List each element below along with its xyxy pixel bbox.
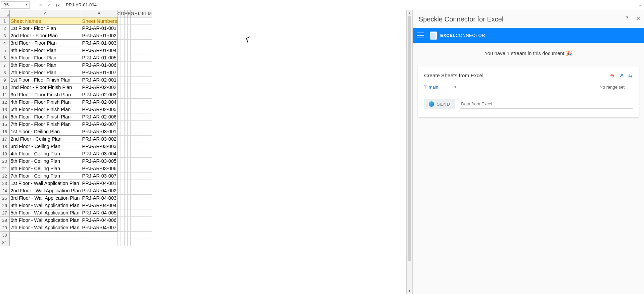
cell-E29[interactable] — [124, 224, 128, 232]
cell-E2[interactable] — [124, 25, 128, 32]
fx-icon[interactable]: fx — [54, 2, 62, 8]
cell-G22[interactable] — [131, 173, 134, 180]
cell-C13[interactable] — [117, 106, 121, 113]
cell-H10[interactable] — [134, 84, 138, 91]
cell-E23[interactable] — [124, 180, 128, 187]
cell-D19[interactable] — [121, 150, 124, 158]
cell-C2[interactable] — [117, 25, 121, 32]
cell-J6[interactable] — [139, 54, 142, 62]
cell-A12[interactable]: 4th Floor - Floor Finish Plan — [9, 99, 81, 106]
cell-C21[interactable] — [117, 165, 121, 173]
cell-K14[interactable] — [142, 113, 145, 121]
row-header-26[interactable]: 26 — [0, 202, 9, 209]
row-header-10[interactable]: 10 — [0, 84, 9, 91]
row-header-29[interactable]: 29 — [0, 224, 9, 232]
cell-F29[interactable] — [128, 224, 131, 232]
cell-H16[interactable] — [134, 128, 138, 136]
cell-J11[interactable] — [139, 91, 142, 99]
cell-H11[interactable] — [134, 91, 138, 99]
col-header-C[interactable]: C — [117, 10, 121, 17]
cell-B14[interactable]: PRJ-AR-02-006 — [81, 113, 117, 121]
cell-E20[interactable] — [124, 158, 128, 165]
col-header-J[interactable]: J — [139, 10, 142, 17]
cell-H9[interactable] — [134, 77, 138, 84]
cell-G3[interactable] — [131, 32, 134, 40]
cell-H13[interactable] — [134, 106, 138, 113]
cell-A1[interactable]: Sheet Names — [9, 17, 81, 25]
cell-A5[interactable]: 4th Floor - Floor Plan — [9, 47, 81, 54]
cell-D16[interactable] — [121, 128, 124, 136]
cell-J27[interactable] — [139, 209, 142, 217]
cell-B8[interactable]: PRJ-AR-01-007 — [81, 69, 117, 77]
cell-M27[interactable] — [148, 209, 152, 217]
cell-G4[interactable] — [131, 40, 134, 47]
row-header-1[interactable]: 1 — [0, 17, 9, 25]
cell-F8[interactable] — [128, 69, 131, 77]
cell-L23[interactable] — [145, 180, 148, 187]
cell-K21[interactable] — [142, 165, 145, 173]
cell-H4[interactable] — [134, 40, 138, 47]
cell-A20[interactable]: 5th Floor - Ceiling Plan — [9, 158, 81, 165]
cell-L26[interactable] — [145, 202, 148, 209]
cell-G30[interactable] — [131, 232, 134, 239]
cell-B19[interactable]: PRJ-AR-03-004 — [81, 150, 117, 158]
cell-A4[interactable]: 3rd Floor - Floor Plan — [9, 40, 81, 47]
cell-D23[interactable] — [121, 180, 124, 187]
cell-M17[interactable] — [148, 136, 152, 143]
cell-H31[interactable] — [134, 239, 138, 246]
cell-E19[interactable] — [124, 150, 128, 158]
cell-A10[interactable]: 2nd Floor - Floor Finish Plan — [9, 84, 81, 91]
cell-M28[interactable] — [148, 217, 152, 224]
cell-B25[interactable]: PRJ-AR-04-003 — [81, 195, 117, 202]
cell-G9[interactable] — [131, 77, 134, 84]
cell-C29[interactable] — [117, 224, 121, 232]
cell-D10[interactable] — [121, 84, 124, 91]
cell-H7[interactable] — [134, 62, 138, 69]
cell-E24[interactable] — [124, 187, 128, 195]
cell-B2[interactable]: PRJ-AR-01-001 — [81, 25, 117, 32]
cell-L19[interactable] — [145, 150, 148, 158]
cell-G18[interactable] — [131, 143, 134, 150]
cell-L30[interactable] — [145, 232, 148, 239]
data-name-input[interactable] — [460, 99, 633, 109]
cell-C8[interactable] — [117, 69, 121, 77]
cell-G7[interactable] — [131, 62, 134, 69]
cell-H20[interactable] — [134, 158, 138, 165]
col-header-L[interactable]: L — [145, 10, 148, 17]
cell-F30[interactable] — [128, 232, 131, 239]
cell-E16[interactable] — [124, 128, 128, 136]
cell-H27[interactable] — [134, 209, 138, 217]
cell-C4[interactable] — [117, 40, 121, 47]
row-header-14[interactable]: 14 — [0, 113, 9, 121]
cell-A21[interactable]: 6th Floor - Ceiling Plan — [9, 165, 81, 173]
cell-E21[interactable] — [124, 165, 128, 173]
cell-D15[interactable] — [121, 121, 124, 128]
cell-M2[interactable] — [148, 25, 152, 32]
cell-D22[interactable] — [121, 173, 124, 180]
cell-H17[interactable] — [134, 136, 138, 143]
cell-C25[interactable] — [117, 195, 121, 202]
row-header-9[interactable]: 9 — [0, 77, 9, 84]
remove-stream-icon[interactable]: ⊖ — [610, 72, 614, 79]
cell-C10[interactable] — [117, 84, 121, 91]
cell-L7[interactable] — [145, 62, 148, 69]
cell-K1[interactable] — [142, 17, 145, 25]
cell-K10[interactable] — [142, 84, 145, 91]
cell-G1[interactable] — [131, 17, 134, 25]
cell-F4[interactable] — [128, 40, 131, 47]
cell-L25[interactable] — [145, 195, 148, 202]
cell-L15[interactable] — [145, 121, 148, 128]
cell-G14[interactable] — [131, 113, 134, 121]
cell-G21[interactable] — [131, 165, 134, 173]
cell-J1[interactable] — [139, 17, 142, 25]
cell-A14[interactable]: 6th Floor - Floor Finish Plan — [9, 113, 81, 121]
cell-J21[interactable] — [139, 165, 142, 173]
cell-L31[interactable] — [145, 239, 148, 246]
cell-D11[interactable] — [121, 91, 124, 99]
cell-F20[interactable] — [128, 158, 131, 165]
cell-B26[interactable]: PRJ-AR-04-004 — [81, 202, 117, 209]
cell-A25[interactable]: 3rd Floor - Wall Application Plan — [9, 195, 81, 202]
cell-D8[interactable] — [121, 69, 124, 77]
cell-H5[interactable] — [134, 47, 138, 54]
cell-C19[interactable] — [117, 150, 121, 158]
